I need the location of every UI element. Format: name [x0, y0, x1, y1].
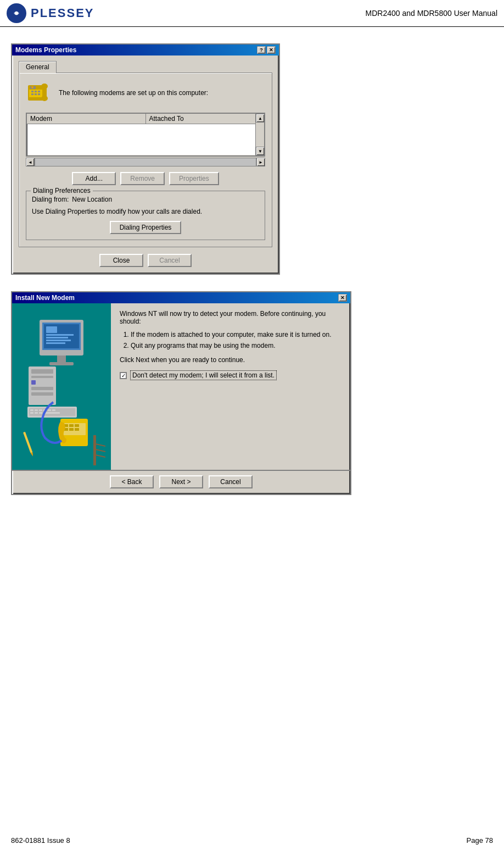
dialing-group-label: Dialing Preferences — [31, 187, 93, 195]
add-button[interactable]: Add... — [72, 172, 116, 185]
svg-rect-18 — [57, 355, 66, 362]
vertical-scrollbar[interactable]: ▲ ▼ — [255, 114, 264, 155]
svg-rect-8 — [38, 91, 40, 92]
dialing-from-row: Dialing from: New Location — [32, 196, 259, 203]
svg-rect-42 — [39, 412, 42, 414]
svg-rect-47 — [69, 424, 74, 427]
modems-properties-dialog: Modems Properties ? ✕ General — [11, 43, 280, 275]
svg-rect-39 — [52, 409, 55, 411]
svg-rect-41 — [35, 412, 38, 414]
modems-titlebar: Modems Properties ? ✕ — [12, 45, 279, 55]
scroll-up-btn[interactable]: ▲ — [256, 114, 265, 123]
properties-button[interactable]: Properties — [169, 172, 219, 185]
modem-action-buttons: Add... Remove Properties — [26, 172, 265, 185]
install-cancel-button[interactable]: Cancel — [209, 475, 253, 488]
checkbox-row: ✓ Don't detect my modem; I will select i… — [120, 370, 341, 380]
install-right-content: Windows NT will now try to detect your m… — [111, 303, 350, 470]
svg-rect-54 — [93, 435, 96, 465]
svg-rect-48 — [75, 424, 79, 427]
install-click-text: Click Next when you are ready to continu… — [120, 356, 341, 364]
svg-point-5 — [31, 86, 33, 88]
svg-rect-43 — [43, 412, 60, 414]
svg-rect-6 — [31, 91, 33, 92]
svg-rect-35 — [35, 409, 38, 411]
titlebar-buttons: ? ✕ — [257, 46, 276, 54]
svg-rect-19 — [49, 362, 74, 365]
dialog-footer-buttons: Close Cancel — [19, 254, 272, 267]
cancel-dialog-button[interactable]: Cancel — [148, 254, 192, 267]
document-title: MDR2400 and MDR5800 User Manual — [366, 9, 497, 18]
dialing-from-label: Dialing from: — [32, 196, 69, 203]
modem-listbox[interactable]: Modem Attached To ▲ ▼ — [26, 113, 265, 157]
install-close-btn[interactable]: ✕ — [338, 294, 347, 302]
install-body: Windows NT will now try to detect your m… — [12, 303, 350, 470]
svg-rect-24 — [46, 340, 71, 341]
svg-rect-30 — [31, 387, 53, 390]
install-titlebar-buttons: ✕ — [338, 294, 347, 302]
svg-rect-28 — [31, 376, 53, 378]
install-step-1: If the modem is attached to your compute… — [131, 331, 341, 338]
svg-rect-22 — [46, 334, 74, 336]
modems-dialog-title: Modems Properties — [15, 46, 76, 54]
svg-rect-34 — [30, 409, 33, 411]
tab-general[interactable]: General — [19, 61, 57, 73]
svg-rect-38 — [48, 409, 51, 411]
scroll-track[interactable] — [35, 158, 256, 166]
install-intro: Windows NT will now try to detect your m… — [120, 310, 341, 325]
col-attached: Attached To — [146, 114, 265, 124]
svg-rect-25 — [46, 342, 65, 344]
svg-rect-14 — [42, 86, 47, 98]
svg-rect-23 — [46, 337, 68, 338]
page-footer: 862-01881 Issue 8 Page 78 — [0, 831, 504, 850]
page-number: Page 78 — [467, 836, 493, 845]
svg-rect-27 — [31, 369, 53, 374]
modem-description: The following modems are set up on this … — [59, 89, 208, 97]
close-button[interactable]: ✕ — [267, 46, 276, 54]
svg-rect-40 — [30, 412, 33, 414]
svg-rect-31 — [31, 392, 53, 396]
remove-button[interactable]: Remove — [120, 172, 165, 185]
install-illustration — [12, 303, 111, 470]
install-titlebar: Install New Modem ✕ — [12, 292, 350, 303]
svg-rect-51 — [75, 428, 79, 431]
dont-detect-checkbox[interactable]: ✓ — [120, 372, 127, 379]
svg-rect-29 — [31, 380, 36, 385]
svg-rect-36 — [39, 409, 42, 411]
svg-rect-9 — [31, 93, 33, 95]
svg-rect-7 — [35, 91, 37, 92]
svg-rect-50 — [69, 428, 74, 431]
svg-rect-21 — [46, 326, 57, 333]
dialing-from-value: New Location — [72, 196, 112, 203]
page-header: PLESSEY MDR2400 and MDR5800 User Manual — [0, 0, 504, 27]
help-button[interactable]: ? — [257, 46, 266, 54]
install-dialog-title: Install New Modem — [15, 294, 75, 302]
dialing-properties-button[interactable]: Dialing Properties — [110, 221, 182, 234]
phone-icon — [26, 80, 52, 106]
scroll-right-btn[interactable]: ► — [256, 158, 265, 166]
dialing-desc: Use Dialing Properties to modify how you… — [32, 208, 259, 215]
svg-rect-11 — [38, 93, 40, 95]
install-new-modem-dialog: Install New Modem ✕ — [11, 291, 351, 495]
back-button[interactable]: < Back — [110, 475, 154, 488]
modem-listbox-container: Modem Attached To ▲ ▼ — [26, 113, 265, 157]
issue-number: 862-01881 Issue 8 — [11, 836, 70, 845]
dont-detect-label: Don't detect my modem; I will select it … — [130, 370, 277, 380]
logo-icon — [7, 3, 26, 23]
close-dialog-button[interactable]: Close — [99, 254, 143, 267]
listbox-header: Modem Attached To — [27, 114, 264, 124]
next-button[interactable]: Next > — [159, 475, 203, 488]
dialing-preferences-group: Dialing Preferences Dialing from: New Lo… — [26, 191, 265, 240]
modem-header-row: The following modems are set up on this … — [26, 80, 265, 106]
general-panel: The following modems are set up on this … — [19, 73, 272, 247]
dialing-properties-btn-row: Dialing Properties — [32, 221, 259, 234]
install-steps: If the modem is attached to your compute… — [131, 331, 341, 349]
main-content: Modems Properties ? ✕ General — [0, 27, 504, 523]
svg-point-1 — [15, 12, 18, 15]
logo-text: PLESSEY — [31, 6, 94, 20]
svg-rect-10 — [35, 93, 37, 95]
scroll-left-btn[interactable]: ◄ — [26, 158, 35, 166]
install-step-2: Quit any programs that may be using the … — [131, 342, 341, 349]
scroll-down-btn[interactable]: ▼ — [256, 147, 265, 155]
horizontal-scrollbar[interactable]: ◄ ► — [26, 158, 265, 166]
computer-modem-svg — [12, 303, 111, 468]
